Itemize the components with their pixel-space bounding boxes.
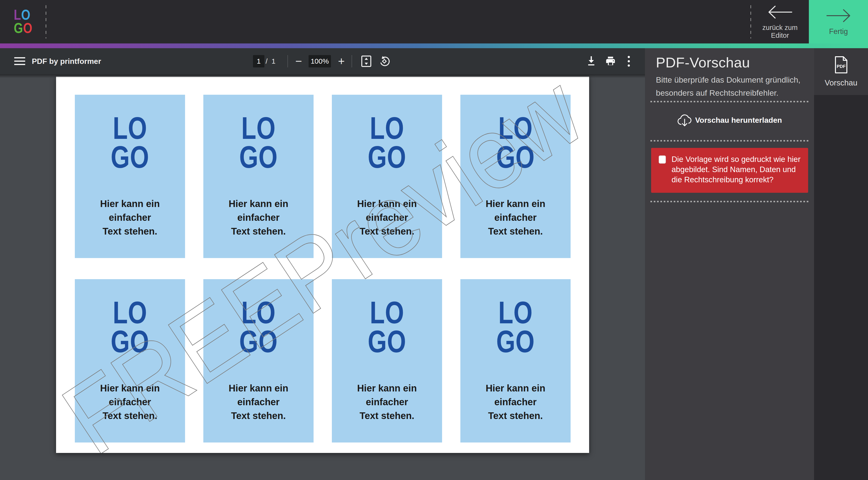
toolbar-title: PDF by printformer <box>32 48 101 74</box>
back-to-editor-label: zurück zum Editor <box>752 24 807 39</box>
preview-sidebar: PDF-Vorschau Bitte überprüfe das Dokumen… <box>645 48 814 480</box>
page-number-input[interactable]: 1 <box>253 55 265 67</box>
right-tab-rail: PDF Vorschau <box>814 48 868 480</box>
watermark-text: FREEPreview <box>56 77 589 453</box>
brand-logo-row-2: GO <box>14 21 38 35</box>
dotted-divider <box>650 201 809 202</box>
top-header-bar: LO GO zurück zum Editor Fertig <box>0 0 868 43</box>
toolbar-divider <box>351 55 352 67</box>
fit-to-page-button[interactable] <box>359 48 373 74</box>
rotate-icon <box>379 56 390 67</box>
tab-vorschau[interactable]: PDF Vorschau <box>814 48 868 95</box>
rotate-button[interactable] <box>377 48 392 74</box>
brand-logo-letter: O <box>23 20 32 36</box>
back-to-editor-button[interactable]: zurück zum Editor <box>751 0 809 43</box>
arrow-left-icon <box>767 4 793 20</box>
zoom-level-display: 100% <box>309 55 331 67</box>
download-button[interactable] <box>583 48 599 74</box>
dotted-divider <box>650 140 809 141</box>
pdf-page: LO GO Hier kann ein einfacher Text stehe… <box>56 77 589 453</box>
fit-to-page-icon <box>361 56 371 67</box>
confirmation-checkbox[interactable] <box>659 156 666 164</box>
printformer-pdf-preview-app: LO GO zurück zum Editor Fertig PDF by pr… <box>0 0 868 480</box>
toolbar-shadow <box>0 74 645 78</box>
print-button[interactable] <box>602 48 619 74</box>
brand-logo-letter: G <box>14 20 23 36</box>
watermark-overlay: FREEPreview <box>56 77 589 453</box>
sidebar-subtitle: Bitte überprüfe das Dokument gründlich, … <box>656 73 811 99</box>
header-dashed-divider-left <box>45 5 46 38</box>
zoom-in-button[interactable]: + <box>335 48 348 74</box>
toolbar-divider <box>287 55 288 67</box>
kebab-menu-icon <box>628 56 630 67</box>
pdf-viewer-canvas[interactable]: LO GO Hier kann ein einfacher Text stehe… <box>0 74 645 480</box>
pdf-icon-label: PDF <box>837 64 846 69</box>
print-icon <box>605 56 616 66</box>
confirmation-warning-box: Die Vorlage wird so gedruckt wie hier ab… <box>651 148 808 193</box>
warning-text: Die Vorlage wird so gedruckt wie hier ab… <box>672 154 802 185</box>
plus-icon: + <box>338 56 345 67</box>
pdf-file-icon: PDF <box>834 56 848 73</box>
minus-icon: − <box>295 56 302 67</box>
download-icon <box>586 56 597 66</box>
tab-vorschau-label: Vorschau <box>825 78 858 87</box>
pdf-toolbar: PDF by printformer 1 / 1 − 100% + <box>0 48 645 74</box>
fertig-label: Fertig <box>829 27 848 36</box>
accent-gradient-bar <box>0 43 868 48</box>
download-preview-button[interactable]: Vorschau herunterladen <box>645 109 814 131</box>
download-preview-label: Vorschau herunterladen <box>695 116 782 125</box>
arrow-right-icon <box>826 8 851 24</box>
sidebar-title: PDF-Vorschau <box>656 54 750 71</box>
menu-hamburger-button[interactable] <box>11 48 28 74</box>
fertig-button[interactable]: Fertig <box>809 0 868 43</box>
brand-logo-row-1: LO <box>14 8 38 21</box>
brand-logo: LO GO <box>14 8 38 35</box>
page-count-label: / 1 <box>266 48 276 74</box>
zoom-out-button[interactable]: − <box>292 48 306 74</box>
dotted-divider <box>650 101 809 102</box>
more-options-button[interactable] <box>620 48 637 74</box>
hamburger-icon <box>14 57 25 65</box>
cloud-download-icon <box>677 114 692 126</box>
